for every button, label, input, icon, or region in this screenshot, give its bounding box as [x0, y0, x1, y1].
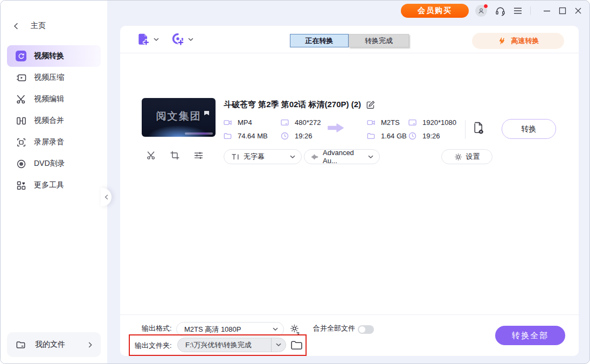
- resolution-icon: [408, 118, 417, 127]
- waveform-icon: [311, 153, 318, 160]
- more-tools-icon: [16, 180, 26, 191]
- rename-icon[interactable]: [366, 100, 375, 109]
- sidebar-collapse-handle[interactable]: [101, 188, 112, 206]
- source-format: MP4: [238, 118, 252, 127]
- audio-track-dropdown[interactable]: Advanced Au...: [304, 149, 380, 164]
- high-speed-convert-button[interactable]: 高速转换: [472, 33, 564, 49]
- sidebar-home[interactable]: 主页: [13, 21, 46, 31]
- crop-icon[interactable]: [170, 151, 179, 160]
- notification-dot: [483, 4, 488, 9]
- file-size-icon: [224, 132, 232, 140]
- titlebar-divider: [530, 6, 531, 15]
- chevron-down-icon: [188, 38, 193, 41]
- close-button[interactable]: [574, 7, 582, 15]
- resolution-icon: [281, 118, 289, 127]
- source-resolution: 480*272: [295, 118, 321, 127]
- subtitle-dropdown[interactable]: 无字幕: [224, 149, 302, 164]
- source-duration: 19:26: [295, 132, 313, 140]
- my-files-label: 我的文件: [35, 340, 65, 349]
- add-files-button[interactable]: [136, 32, 159, 46]
- gear-icon: [454, 153, 462, 161]
- video-merge-icon: [16, 115, 26, 126]
- sidebar-item-video-convert[interactable]: 视频转换: [7, 45, 101, 67]
- video-compress-icon: [16, 72, 26, 83]
- open-folder-icon[interactable]: [290, 340, 303, 351]
- sidebar-item-label: 更多工具: [34, 180, 64, 190]
- chevron-down-icon[interactable]: [271, 338, 286, 352]
- menu-icon[interactable]: [513, 7, 522, 15]
- output-folder-dropdown[interactable]: F:\万兴优转\转换完成: [177, 338, 286, 352]
- sidebar-item-video-edit[interactable]: 视频编辑: [1, 88, 107, 110]
- sidebar-item-label: 视频编辑: [34, 94, 64, 104]
- chevron-down-icon: [273, 327, 278, 331]
- convert-button[interactable]: 转换: [502, 119, 556, 139]
- buy-membership-button[interactable]: 会员购买: [401, 4, 469, 18]
- file-list: 阅文集团 斗破苍穹 第2季 第02话 标清(270P) (2): [120, 53, 579, 315]
- folder-icon: [16, 340, 26, 350]
- sidebar-item-screen-record[interactable]: 录屏录音: [1, 131, 107, 153]
- home-label: 主页: [31, 21, 46, 31]
- chevron-down-icon: [154, 38, 159, 41]
- support-headset-icon[interactable]: [495, 6, 505, 16]
- output-format-value: M2TS 高清 1080P: [184, 325, 241, 334]
- sidebar-my-files[interactable]: 我的文件: [7, 332, 101, 357]
- add-file-icon: [136, 32, 150, 46]
- lightning-icon: [497, 36, 507, 46]
- sidebar: 主页 视频转换 视频压缩 视频编辑: [1, 1, 107, 363]
- source-size: 74.64 MB: [238, 132, 268, 140]
- source-format-size: MP4 74.64 MB: [224, 118, 268, 141]
- output-format-label: 输出格式:: [142, 324, 172, 333]
- maximize-button[interactable]: [559, 7, 566, 15]
- sidebar-item-label: 录屏录音: [34, 137, 64, 147]
- toggle-knob: [359, 326, 365, 333]
- file-title: 斗破苍穹 第2季 第02话 标清(270P) (2): [224, 100, 361, 110]
- convert-arrow-icon: [328, 123, 344, 132]
- sidebar-item-label: 视频压缩: [34, 73, 64, 82]
- trim-icon[interactable]: [147, 151, 156, 160]
- sidebar-item-label: 视频转换: [34, 51, 64, 61]
- duration-icon: [281, 132, 289, 140]
- video-format-icon: [224, 118, 232, 127]
- chevron-down-icon: [290, 155, 295, 159]
- add-dvd-button[interactable]: [171, 32, 193, 46]
- video-convert-icon: [16, 51, 26, 61]
- format-settings-icon[interactable]: [289, 324, 301, 335]
- thumbnail-watermark: [185, 132, 213, 135]
- tab-converting[interactable]: 正在转换: [290, 34, 349, 47]
- file-settings-icon[interactable]: [471, 121, 485, 135]
- sidebar-nav: 视频转换 视频压缩 视频编辑 视频合并: [1, 45, 107, 196]
- file-size-icon: [367, 132, 375, 140]
- output-folder-label: 输出文件夹:: [135, 341, 172, 351]
- titlebar: 会员购买: [107, 1, 589, 21]
- video-edit-icon: [16, 94, 26, 104]
- effects-adjust-icon[interactable]: [194, 151, 203, 160]
- audio-value: Advanced Au...: [323, 149, 364, 165]
- video-thumbnail[interactable]: 阅文集团: [142, 98, 216, 137]
- video-format-icon: [367, 118, 375, 127]
- merge-all-label: 合并全部文件: [313, 324, 355, 333]
- account-avatar[interactable]: [475, 5, 487, 17]
- card-toolbar: 正在转换 转换完成 高速转换: [120, 26, 579, 53]
- back-icon: [13, 23, 18, 30]
- target-res-duration: 1920*1080 19:26: [408, 118, 456, 141]
- sidebar-item-label: 视频合并: [34, 116, 64, 125]
- meta-divider: [465, 120, 466, 139]
- merge-all-toggle[interactable]: [358, 325, 374, 334]
- chevron-down-icon: [368, 155, 373, 159]
- convert-all-button[interactable]: 转换全部: [495, 326, 565, 345]
- sidebar-item-video-merge[interactable]: 视频合并: [1, 110, 107, 131]
- sidebar-item-dvd-burn[interactable]: DVD刻录: [1, 153, 107, 174]
- target-size: 1.64 GB: [381, 132, 407, 140]
- speed-label: 高速转换: [511, 36, 539, 46]
- sidebar-item-video-compress[interactable]: 视频压缩: [1, 67, 107, 88]
- add-dvd-icon: [171, 32, 185, 46]
- sidebar-item-more-tools[interactable]: 更多工具: [1, 174, 107, 196]
- tab-finished[interactable]: 转换完成: [349, 34, 409, 47]
- file-settings-button[interactable]: 设置: [441, 149, 492, 164]
- subtitle-value: 无字幕: [244, 152, 265, 162]
- output-folder-value: F:\万兴优转\转换完成: [185, 340, 252, 350]
- annotation-red-box: 输出文件夹: F:\万兴优转\转换完成: [129, 334, 307, 356]
- sidebar-item-label: DVD刻录: [34, 159, 65, 169]
- minimize-button[interactable]: [543, 7, 551, 15]
- dvd-burn-icon: [16, 158, 26, 169]
